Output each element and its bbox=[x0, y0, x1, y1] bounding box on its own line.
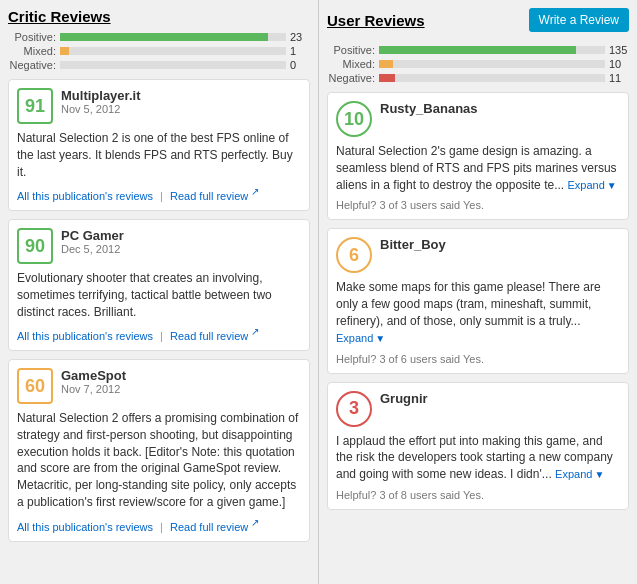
positive-bar-fill bbox=[60, 33, 268, 41]
user-review-card-0: 10 Rusty_Bananas Natural Selection 2's g… bbox=[327, 92, 629, 220]
mixed-bar-track bbox=[60, 47, 286, 55]
user-score-1: 6 bbox=[336, 237, 372, 273]
critic-date-2: Nov 7, 2012 bbox=[61, 383, 301, 395]
negative-bar-track bbox=[60, 61, 286, 69]
critic-links-2[interactable]: All this publication's reviews | Read fu… bbox=[17, 517, 301, 533]
user-text-2: I applaud the effort put into making thi… bbox=[336, 433, 620, 483]
critic-date-1: Dec 5, 2012 bbox=[61, 243, 301, 255]
user-text-1: Make some maps for this game please! The… bbox=[336, 279, 620, 346]
user-negative-bar-fill bbox=[379, 74, 395, 82]
user-reviews-title: User Reviews bbox=[327, 12, 425, 29]
critic-score-1: 90 bbox=[17, 228, 53, 264]
expand-link-2[interactable]: Expand▼ bbox=[555, 468, 604, 480]
user-review-card-1: 6 Bitter_Boy Make some maps for this gam… bbox=[327, 228, 629, 373]
external-icon-0: ↗ bbox=[251, 186, 259, 197]
critic-text-0: Natural Selection 2 is one of the best F… bbox=[17, 130, 301, 180]
full-review-link-1[interactable]: Read full review bbox=[170, 330, 248, 342]
write-review-button[interactable]: Write a Review bbox=[529, 8, 629, 32]
pub-reviews-link-0[interactable]: All this publication's reviews bbox=[17, 190, 153, 202]
user-mixed-label: Mixed: bbox=[327, 58, 379, 70]
negative-count: 0 bbox=[290, 59, 310, 71]
user-positive-bar-fill bbox=[379, 46, 576, 54]
critic-reviews-title: Critic Reviews bbox=[8, 8, 310, 25]
critic-review-card-1: 90 PC Gamer Dec 5, 2012 Evolutionary sho… bbox=[8, 219, 310, 351]
positive-label: Positive: bbox=[8, 31, 60, 43]
full-review-link-2[interactable]: Read full review bbox=[170, 521, 248, 533]
critic-text-1: Evolutionary shooter that creates an inv… bbox=[17, 270, 301, 320]
user-reviews-header: User Reviews Write a Review bbox=[327, 8, 629, 38]
user-positive-bar-track bbox=[379, 46, 605, 54]
expand-link-0[interactable]: Expand▼ bbox=[567, 179, 616, 191]
expand-link-1[interactable]: Expand▼ bbox=[336, 332, 385, 344]
user-score-2: 3 bbox=[336, 391, 372, 427]
critic-date-0: Nov 5, 2012 bbox=[61, 103, 301, 115]
user-negative-label: Negative: bbox=[327, 72, 379, 84]
external-icon-2: ↗ bbox=[251, 517, 259, 528]
critic-name-1: PC Gamer bbox=[61, 228, 301, 243]
external-icon-1: ↗ bbox=[251, 326, 259, 337]
critic-links-0[interactable]: All this publication's reviews | Read fu… bbox=[17, 186, 301, 202]
user-mixed-bar-fill bbox=[379, 60, 393, 68]
positive-count: 23 bbox=[290, 31, 310, 43]
user-mixed-bar-track bbox=[379, 60, 605, 68]
critic-name-2: GameSpot bbox=[61, 368, 301, 383]
critic-review-card-2: 60 GameSpot Nov 7, 2012 Natural Selectio… bbox=[8, 359, 310, 541]
mixed-count: 1 bbox=[290, 45, 310, 57]
critic-links-1[interactable]: All this publication's reviews | Read fu… bbox=[17, 326, 301, 342]
critic-text-2: Natural Selection 2 offers a promising c… bbox=[17, 410, 301, 511]
helpful-text-2: Helpful? 3 of 8 users said Yes. bbox=[336, 489, 620, 501]
critic-score-0: 91 bbox=[17, 88, 53, 124]
user-name-2: Grugnir bbox=[380, 391, 620, 406]
critic-bars: Positive: 23 Mixed: 1 Negative: 0 bbox=[8, 31, 310, 71]
user-review-card-2: 3 Grugnir I applaud the effort put into … bbox=[327, 382, 629, 510]
user-mixed-count: 10 bbox=[609, 58, 629, 70]
user-negative-bar-track bbox=[379, 74, 605, 82]
mixed-label: Mixed: bbox=[8, 45, 60, 57]
user-score-0: 10 bbox=[336, 101, 372, 137]
user-name-1: Bitter_Boy bbox=[380, 237, 620, 252]
user-text-0: Natural Selection 2's game design is ama… bbox=[336, 143, 620, 193]
user-name-0: Rusty_Bananas bbox=[380, 101, 620, 116]
helpful-text-1: Helpful? 3 of 6 users said Yes. bbox=[336, 353, 620, 365]
full-review-link-0[interactable]: Read full review bbox=[170, 190, 248, 202]
pub-reviews-link-2[interactable]: All this publication's reviews bbox=[17, 521, 153, 533]
helpful-text-0: Helpful? 3 of 3 users said Yes. bbox=[336, 199, 620, 211]
positive-bar-track bbox=[60, 33, 286, 41]
critic-name-0: Multiplayer.it bbox=[61, 88, 301, 103]
critic-score-2: 60 bbox=[17, 368, 53, 404]
user-bars: Positive: 135 Mixed: 10 Negative: 11 bbox=[327, 44, 629, 84]
user-positive-label: Positive: bbox=[327, 44, 379, 56]
user-positive-count: 135 bbox=[609, 44, 629, 56]
critic-review-card-0: 91 Multiplayer.it Nov 5, 2012 Natural Se… bbox=[8, 79, 310, 211]
negative-label: Negative: bbox=[8, 59, 60, 71]
pub-reviews-link-1[interactable]: All this publication's reviews bbox=[17, 330, 153, 342]
mixed-bar-fill bbox=[60, 47, 69, 55]
user-negative-count: 11 bbox=[609, 72, 629, 84]
